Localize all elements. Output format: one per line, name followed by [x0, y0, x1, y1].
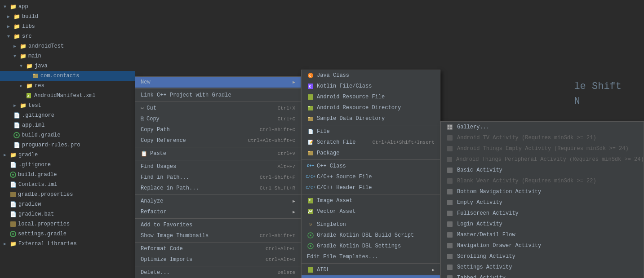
- tree-item-com-contacts[interactable]: com.contacts: [0, 71, 135, 81]
- new-menu-file[interactable]: 📄 File: [302, 126, 440, 137]
- activity-empty[interactable]: Empty Activity: [441, 197, 644, 208]
- new-menu-scratch[interactable]: 📝 Scratch File Ctrl+Alt+Shift+Insert: [302, 137, 440, 148]
- new-menu-activity[interactable]: Activity ▶: [302, 275, 440, 278]
- tree-item-java[interactable]: ▼ 📁 java: [0, 61, 135, 71]
- tree-item-gradle-properties[interactable]: gradle.properties: [0, 190, 135, 199]
- menu-item-new[interactable]: New ▶: [135, 77, 301, 88]
- menu-separator-4: [135, 160, 301, 160]
- svg-rect-35: [450, 125, 452, 127]
- new-menu-android-res-file[interactable]: Android Resource File: [302, 92, 440, 102]
- menu-item-link-cpp[interactable]: Link C++ Project with Gradle: [135, 90, 301, 101]
- svg-rect-50: [447, 265, 453, 270]
- menu-separator-5: [135, 194, 301, 195]
- tree-item-res[interactable]: ▶ 📁 res: [0, 81, 135, 91]
- svg-rect-8: [10, 192, 16, 197]
- menu-item-paste[interactable]: 📋 Paste Ctrl+V: [135, 148, 301, 159]
- tree-item-main[interactable]: ▼ 📁 main: [0, 51, 135, 61]
- tree-item-external-libraries[interactable]: ▶ 📁 External Libraries: [0, 239, 135, 249]
- new-menu-singleton[interactable]: S Singleton: [302, 219, 440, 230]
- activity-basic[interactable]: Basic Activity: [441, 165, 644, 176]
- new-menu-android-res-dir[interactable]: Android Resource Directory: [302, 102, 440, 113]
- menu-item-reformat[interactable]: Reformat Code Ctrl+Alt+L: [135, 243, 301, 254]
- tree-item-app[interactable]: ▼ 📁 app: [0, 2, 135, 12]
- activity-things-empty: Android Things Empty Activity (Requires …: [441, 143, 644, 154]
- menu-item-cut[interactable]: ✂ Cut Ctrl+X: [135, 103, 301, 114]
- tree-item-libs[interactable]: ▶ 📁 libs: [0, 22, 135, 31]
- new-menu-cpp-src[interactable]: C/C+ C/C++ Source File: [302, 172, 440, 182]
- menu-item-refactor[interactable]: Refactor ▶: [135, 207, 301, 217]
- menu-separator-8: [135, 266, 301, 266]
- activity-android-tv: Android TV Activity (Requires minSdk >= …: [441, 132, 644, 143]
- tree-item-gradle[interactable]: ▶ 📁 gradle: [0, 150, 135, 160]
- svg-text:K: K: [309, 84, 311, 88]
- menu-item-optimize-imports[interactable]: Optimize Imports Ctrl+Alt+O: [135, 254, 301, 265]
- new-menu-gradle-kts-build[interactable]: Gradle Kotlin DSL Build Script: [302, 230, 440, 241]
- tree-item-test[interactable]: ▶ 📁 test: [0, 101, 135, 110]
- new-menu-cpp-class[interactable]: C++ C++ Class: [302, 161, 440, 172]
- new-menu-cpp-hdr[interactable]: C/C+ C/C++ Header File: [302, 182, 440, 193]
- menu-item-add-favorites[interactable]: Add to Favorites: [135, 220, 301, 230]
- menu-item-copy[interactable]: ⎘ Copy Ctrl+C: [135, 114, 301, 124]
- tree-item-local-properties[interactable]: local.properties: [0, 219, 135, 229]
- svg-rect-41: [447, 168, 453, 173]
- tree-item-gradlew[interactable]: 📄 gradlew: [0, 199, 135, 209]
- tree-item-proguard[interactable]: 📄 proguard-rules.pro: [0, 140, 135, 150]
- activity-blank-wear: Blank Wear Activity (Requires minSdk >= …: [441, 176, 644, 186]
- svg-point-24: [309, 199, 311, 201]
- new-menu-image-asset[interactable]: Image Asset: [302, 195, 440, 206]
- menu-item-delete[interactable]: Delete... Delete: [135, 267, 301, 278]
- menu-item-replace-in-path[interactable]: Replace in Path... Ctrl+Shift+R: [135, 183, 301, 194]
- new-menu-gradle-kts-settings[interactable]: Gradle Kotlin DSL Settings: [302, 241, 440, 252]
- activity-nav-drawer[interactable]: Navigation Drawer Activity: [441, 240, 644, 251]
- new-menu-sample-data[interactable]: Sample Data Directory: [302, 113, 440, 124]
- svg-rect-9: [10, 221, 16, 227]
- menu-separator-6: [135, 218, 301, 219]
- new-menu-sep2: [302, 159, 440, 160]
- activity-gallery[interactable]: Gallery...: [441, 122, 644, 132]
- tree-item-gitignore-app[interactable]: 📄 .gitignore: [0, 110, 135, 120]
- activity-fullscreen[interactable]: Fullscreen Activity: [441, 208, 644, 219]
- new-menu-kotlin[interactable]: K Kotlin File/Class: [302, 81, 440, 92]
- new-menu-java-class[interactable]: C Java Class: [302, 70, 440, 81]
- svg-rect-16: [308, 94, 313, 100]
- activity-scrolling[interactable]: Scrolling Activity: [441, 251, 644, 262]
- svg-rect-22: [308, 151, 310, 152]
- svg-rect-36: [448, 128, 449, 129]
- menu-item-analyze[interactable]: Analyze ▶: [135, 196, 301, 207]
- menu-separator-3: [135, 147, 301, 147]
- activity-master-detail[interactable]: Master/Detail Flow: [441, 229, 644, 240]
- activity-settings[interactable]: Settings Activity: [441, 262, 644, 273]
- menu-item-find-usages[interactable]: Find Usages Alt+F7: [135, 161, 301, 172]
- svg-point-27: [310, 234, 311, 236]
- menu-item-copy-reference[interactable]: Copy Reference Ctrl+Alt+Shift+C: [135, 135, 301, 146]
- menu-item-show-thumbnails[interactable]: Show Image Thumbnails Ctrl+Shift+T: [135, 230, 301, 241]
- tree-item-settings-gradle[interactable]: settings.gradle: [0, 229, 135, 239]
- activity-bottom-nav[interactable]: Bottom Navigation Activity: [441, 186, 644, 197]
- tree-item-build-gradle-app[interactable]: build.gradle: [0, 130, 135, 140]
- tree-item-androidtest[interactable]: ▶ 📁 androidTest: [0, 41, 135, 51]
- svg-rect-46: [447, 221, 453, 227]
- tree-item-build-gradle-root[interactable]: build.gradle: [0, 170, 135, 180]
- tree-item-app-iml[interactable]: 📄 app.iml: [0, 120, 135, 130]
- menu-separator-2: [135, 101, 301, 102]
- menu-item-find-in-path[interactable]: Find in Path... Ctrl+Shift+F: [135, 172, 301, 183]
- new-menu-package[interactable]: Package: [302, 148, 440, 159]
- svg-rect-40: [447, 157, 452, 162]
- svg-rect-34: [448, 125, 449, 127]
- shortcut-hint: le Shift N: [574, 81, 622, 107]
- svg-rect-18: [308, 106, 310, 107]
- tree-item-src[interactable]: ▼ 📁 src: [0, 31, 135, 41]
- tree-item-androidmanifest[interactable]: A AndroidManifest.xml: [0, 91, 135, 101]
- svg-rect-20: [308, 117, 310, 118]
- activity-login[interactable]: Login Activity: [441, 219, 644, 229]
- menu-item-copy-path[interactable]: Copy Path Ctrl+Shift+C: [135, 124, 301, 135]
- tree-item-build[interactable]: ▶ 📁 build: [0, 12, 135, 22]
- new-menu-vector-asset[interactable]: Vector Asset: [302, 206, 440, 217]
- activity-tabbed[interactable]: Tabbed Activity: [441, 273, 644, 278]
- tree-item-gitignore-root[interactable]: 📄 .gitignore: [0, 160, 135, 170]
- svg-point-7: [12, 174, 14, 176]
- tree-item-gradlew-bat[interactable]: 📄 gradlew.bat: [0, 209, 135, 219]
- tree-item-contacts-iml[interactable]: 📄 Contacts.iml: [0, 180, 135, 190]
- new-menu-aidl[interactable]: AIDL ▶: [302, 265, 440, 275]
- new-menu-edit-templates[interactable]: Edit File Templates...: [302, 252, 440, 262]
